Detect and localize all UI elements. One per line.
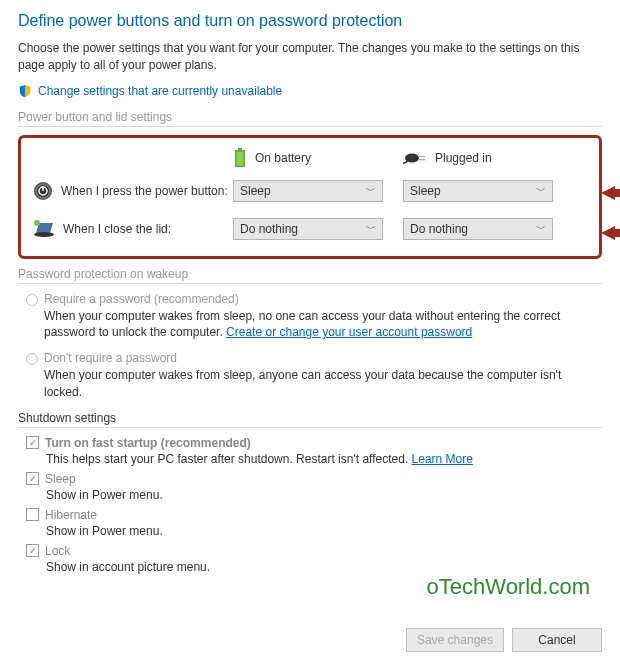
svg-rect-4 [418, 156, 425, 157]
on-battery-header: On battery [233, 148, 403, 168]
password-group-label: Password protection on wakeup [18, 267, 602, 281]
sleep-row: Sleep [26, 472, 602, 486]
hibernate-desc: Show in Power menu. [46, 524, 602, 538]
create-change-password-link[interactable]: Create or change your user account passw… [226, 325, 472, 339]
desc-text: This helps start your PC faster after sh… [46, 452, 412, 466]
battery-icon [233, 148, 247, 168]
hibernate-label: Hibernate [45, 508, 97, 522]
chevron-down-icon: ﹀ [536, 184, 546, 198]
plugged-in-label: Plugged in [435, 151, 492, 165]
annotation-arrow [601, 186, 620, 200]
lock-label: Lock [45, 544, 70, 558]
close-lid-label-text: When I close the lid: [63, 222, 171, 236]
lock-row: Lock [26, 544, 602, 558]
dont-require-password-label: Don't require a password [44, 351, 177, 365]
power-button-row: When I press the power button: Sleep ﹀ S… [33, 180, 587, 202]
separator [18, 126, 602, 127]
checkbox-icon [26, 436, 39, 449]
svg-point-11 [34, 232, 54, 237]
hibernate-row: Hibernate [26, 508, 602, 522]
require-password-label: Require a password (recommended) [44, 292, 239, 306]
page-title: Define power buttons and turn on passwor… [18, 12, 602, 30]
fast-startup-label: Turn on fast startup (recommended) [45, 436, 251, 450]
annotation-arrow [601, 226, 620, 240]
power-button-plugged-dropdown[interactable]: Sleep ﹀ [403, 180, 553, 202]
laptop-lid-icon [33, 220, 55, 238]
close-lid-row: When I close the lid: Do nothing ﹀ Do no… [33, 218, 587, 240]
power-button-row-label: When I press the power button: [33, 181, 233, 201]
require-password-desc: When your computer wakes from sleep, no … [44, 308, 602, 342]
power-lid-highlight-box: On battery Plugged in When I press the p… [18, 135, 602, 259]
checkbox-icon [26, 544, 39, 557]
shield-icon [18, 84, 32, 98]
power-button-battery-dropdown[interactable]: Sleep ﹀ [233, 180, 383, 202]
on-battery-label: On battery [255, 151, 311, 165]
plug-icon [403, 151, 427, 165]
dropdown-value: Do nothing [410, 222, 468, 236]
dropdown-value: Do nothing [240, 222, 298, 236]
fast-startup-desc: This helps start your PC faster after sh… [46, 452, 602, 466]
dont-require-password-desc: When your computer wakes from sleep, any… [44, 367, 602, 401]
svg-rect-2 [237, 151, 244, 165]
chevron-down-icon: ﹀ [366, 184, 376, 198]
svg-rect-0 [238, 148, 242, 150]
dropdown-value: Sleep [240, 184, 271, 198]
chevron-down-icon: ﹀ [536, 222, 546, 236]
lock-desc: Show in account picture menu. [46, 560, 602, 574]
require-password-option: Require a password (recommended) [26, 292, 602, 306]
power-button-group-label: Power button and lid settings [18, 110, 602, 124]
sleep-label: Sleep [45, 472, 76, 486]
fast-startup-row: Turn on fast startup (recommended) [26, 436, 602, 450]
svg-rect-5 [418, 159, 425, 160]
close-lid-plugged-dropdown[interactable]: Do nothing ﹀ [403, 218, 553, 240]
radio-icon [26, 294, 38, 306]
intro-text: Choose the power settings that you want … [18, 40, 602, 74]
separator [18, 283, 602, 284]
close-lid-row-label: When I close the lid: [33, 220, 233, 238]
sleep-desc: Show in Power menu. [46, 488, 602, 502]
dropdown-value: Sleep [410, 184, 441, 198]
shutdown-group-label: Shutdown settings [18, 411, 602, 425]
learn-more-link[interactable]: Learn More [412, 452, 473, 466]
power-button-label-text: When I press the power button: [61, 184, 228, 198]
power-button-icon [33, 181, 53, 201]
plugged-in-header: Plugged in [403, 151, 573, 165]
watermark: oTechWorld.com [427, 574, 590, 600]
change-settings-link[interactable]: Change settings that are currently unava… [38, 84, 282, 98]
column-headers: On battery Plugged in [33, 148, 587, 168]
dont-require-password-option: Don't require a password [26, 351, 602, 365]
checkbox-icon [26, 472, 39, 485]
footer-buttons: Save changes Cancel [406, 628, 602, 652]
separator [18, 427, 602, 428]
radio-icon [26, 353, 38, 365]
close-lid-battery-dropdown[interactable]: Do nothing ﹀ [233, 218, 383, 240]
chevron-down-icon: ﹀ [366, 222, 376, 236]
checkbox-icon [26, 508, 39, 521]
admin-link-row: Change settings that are currently unava… [18, 84, 602, 98]
save-changes-button: Save changes [406, 628, 504, 652]
cancel-button[interactable]: Cancel [512, 628, 602, 652]
